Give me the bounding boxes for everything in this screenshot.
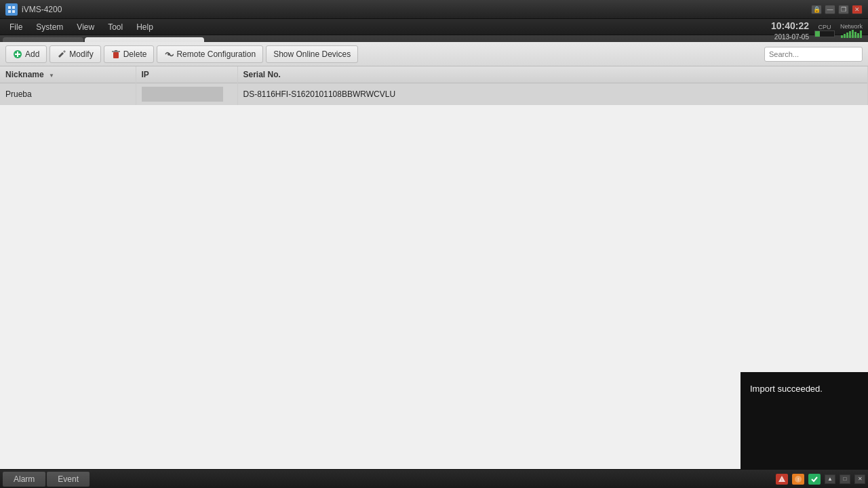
cpu-monitor: CPU: [814, 24, 835, 37]
add-label: Add: [25, 49, 39, 59]
title-bar-controls: 🔒 — ❐ ✕: [811, 5, 863, 14]
app-icon: [5, 3, 18, 16]
cell-serial: DS-8116HFI-S1620101108BBWRWCVLU: [237, 83, 868, 106]
modify-label: Modify: [69, 49, 93, 59]
lock-button[interactable]: 🔒: [811, 5, 822, 14]
show-online-button[interactable]: Show Online Devices: [266, 45, 358, 63]
cell-nickname: Prueba: [0, 83, 136, 106]
modify-button[interactable]: Modify: [50, 45, 100, 63]
net-bar-3: [846, 33, 848, 38]
alert-icon-green[interactable]: [808, 474, 821, 485]
menu-view[interactable]: View: [70, 21, 101, 33]
col-nickname: Nickname ▼: [0, 66, 136, 83]
net-bar-2: [844, 34, 846, 38]
remote-config-button[interactable]: Remote Configuration: [157, 45, 263, 63]
net-bar-4: [849, 31, 851, 38]
close-button[interactable]: ✕: [852, 5, 863, 14]
title-bar-left: iVMS-4200: [5, 3, 62, 16]
sort-icon-nickname: ▼: [49, 73, 54, 79]
delete-icon: [111, 49, 121, 59]
svg-rect-0: [8, 6, 11, 9]
svg-rect-3: [12, 10, 15, 13]
cpu-label: CPU: [818, 24, 831, 30]
alarm-tab[interactable]: Alarm: [3, 472, 45, 487]
search-input[interactable]: [764, 47, 863, 62]
top-right-area: 10:40:22 2013-07-05 CPU Network: [766, 19, 868, 42]
net-bar-6: [854, 32, 856, 38]
col-serial: Serial No.: [237, 66, 868, 83]
cpu-bar-fill: [815, 31, 820, 37]
menu-file[interactable]: File: [3, 21, 29, 33]
cpu-bar: [814, 30, 835, 37]
show-online-label: Show Online Devices: [273, 49, 351, 59]
remote-config-icon: [164, 49, 174, 59]
corner-btn-3[interactable]: ✕: [854, 474, 865, 484]
alert-icon-orange[interactable]: !: [792, 474, 804, 485]
restore-button[interactable]: ❐: [838, 5, 849, 14]
import-message: Import succeeded.: [750, 383, 823, 395]
ip-value: [142, 87, 223, 102]
menu-bar: File System View Tool Help 10:40:22 2013…: [0, 19, 868, 35]
svg-rect-1: [12, 6, 15, 9]
menu-help[interactable]: Help: [130, 21, 160, 33]
status-icons: ! ! ▲ □ ✕: [776, 474, 865, 485]
svg-rect-2: [8, 10, 11, 13]
modify-icon: [57, 49, 66, 59]
toolbar: Add Modify Delete: [0, 42, 868, 66]
svg-text:!: !: [797, 476, 799, 483]
minimize-button[interactable]: —: [825, 5, 835, 14]
net-bar-8: [860, 30, 862, 38]
alarm-label: Alarm: [14, 474, 35, 484]
add-icon: [13, 49, 22, 59]
network-monitor: Network: [840, 23, 863, 38]
col-ip: IP: [136, 66, 237, 83]
corner-btn-1[interactable]: ▲: [825, 474, 835, 484]
net-bar-7: [857, 33, 859, 38]
status-bar: Alarm Event ! ! ▲ □ ✕: [0, 469, 868, 488]
event-label: Event: [58, 474, 79, 484]
main-content: Add Modify Delete: [0, 42, 868, 469]
title-bar: iVMS-4200 🔒 — ❐ ✕: [0, 0, 868, 19]
svg-rect-16: [115, 50, 117, 52]
delete-button[interactable]: Delete: [104, 45, 155, 63]
import-notification: Import succeeded.: [741, 372, 868, 469]
svg-rect-14: [113, 52, 119, 58]
network-bars: [841, 30, 862, 38]
clock-display: 10:40:22 2013-07-05: [771, 20, 809, 41]
table-header: Nickname ▼ IP Serial No.: [0, 66, 868, 83]
add-button[interactable]: Add: [5, 45, 47, 63]
alert-icon-red[interactable]: !: [776, 474, 788, 485]
cell-ip: [136, 83, 237, 106]
svg-point-17: [167, 53, 170, 56]
device-table: Nickname ▼ IP Serial No. Prueba DS-8116H…: [0, 66, 868, 105]
app-title: iVMS-4200: [22, 5, 62, 14]
menu-system[interactable]: System: [29, 21, 70, 33]
net-bar-1: [841, 35, 843, 38]
menu-tool[interactable]: Tool: [101, 21, 130, 33]
clock-time: 10:40:22: [771, 20, 809, 32]
event-tab[interactable]: Event: [47, 472, 90, 487]
corner-btn-2[interactable]: □: [840, 474, 850, 484]
net-bar-5: [852, 30, 854, 38]
delete-label: Delete: [123, 49, 147, 59]
table-row[interactable]: Prueba DS-8116HFI-S1620101108BBWRWCVLU: [0, 83, 868, 106]
svg-text:!: !: [781, 478, 782, 482]
clock-date: 2013-07-05: [771, 33, 809, 41]
table-body: Prueba DS-8116HFI-S1620101108BBWRWCVLU: [0, 83, 868, 106]
remote-config-label: Remote Configuration: [176, 49, 256, 59]
network-label: Network: [840, 23, 863, 30]
